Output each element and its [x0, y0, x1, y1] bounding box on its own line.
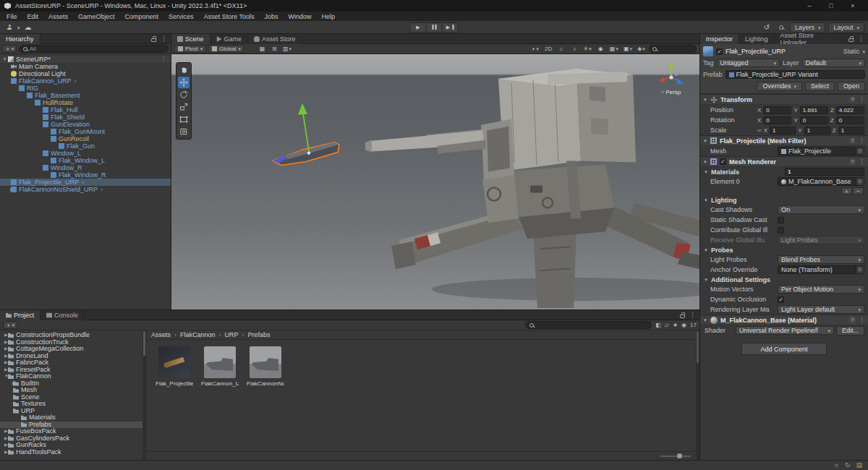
project-folder-row[interactable]: HandToolsPack	[0, 449, 145, 456]
step-button[interactable]: ▶	[442, 22, 459, 33]
foldout-icon[interactable]	[0, 380, 12, 388]
project-folder-row[interactable]: CottageMegaCollection	[0, 346, 145, 353]
help-icon[interactable]	[849, 317, 856, 323]
project-folder-row[interactable]: FabricPack	[0, 359, 145, 367]
cast-shadows-dropdown[interactable]: On	[778, 205, 864, 214]
additional-settings-foldout[interactable]: Additional Settings	[700, 275, 868, 284]
mesh-filter-header[interactable]: Flak_Projectile (Mesh Filter)	[700, 135, 868, 146]
menu-item[interactable]: Edit	[22, 12, 44, 21]
lighting-foldout[interactable]: Lighting	[700, 195, 868, 205]
foldout-icon[interactable]	[0, 135, 50, 142]
layer-dropdown[interactable]: Default	[802, 59, 865, 67]
hierarchy-row[interactable]: FlakCannon_URP	[0, 77, 171, 85]
motion-vectors-dropdown[interactable]: Per Object Motion	[778, 285, 864, 294]
hierarchy-row[interactable]: Flak_Gun	[0, 142, 171, 150]
close-button[interactable]: ×	[842, 0, 864, 12]
component-menu-icon[interactable]	[859, 317, 865, 323]
hierarchy-row[interactable]: Window_R	[0, 164, 171, 171]
anchor-override-field[interactable]: None (Transform)	[778, 265, 864, 274]
foldout-icon[interactable]	[0, 77, 10, 85]
thumbnail-size-slider[interactable]	[660, 456, 691, 457]
play-button[interactable]: ▶	[410, 22, 427, 33]
help-icon[interactable]	[849, 96, 856, 103]
hierarchy-row[interactable]: GunElevation	[0, 121, 171, 128]
flak-cannon-model[interactable]	[365, 69, 699, 308]
project-folder-row[interactable]: ConstructionPropsBundle	[0, 332, 145, 339]
project-folder-row[interactable]: FiresetPack	[0, 367, 145, 374]
pivot-dropdown[interactable]: Pivot	[174, 45, 206, 53]
foldout-icon[interactable]	[0, 346, 7, 353]
asset-item[interactable]: FlakCannon_U...	[202, 346, 238, 387]
move-gizmo-y-axis[interactable]	[298, 103, 310, 155]
asset-item[interactable]: Flak_Projectile...	[156, 346, 192, 387]
foldout-icon[interactable]	[703, 318, 707, 322]
rotate-tool[interactable]	[178, 89, 190, 101]
foldout-icon[interactable]	[0, 339, 7, 346]
camera-settings-icon[interactable]	[622, 45, 634, 53]
open-prefab-icon[interactable]	[72, 77, 80, 85]
object-picker-icon[interactable]	[856, 177, 864, 186]
hierarchy-row[interactable]: Flak_Window_L	[0, 157, 171, 164]
mesh-renderer-header[interactable]: Mesh Renderer	[700, 156, 868, 167]
rendering-layer-dropdown[interactable]: Light Layer default	[778, 305, 864, 314]
y-value-field[interactable]: 1	[804, 127, 830, 134]
materials-count-field[interactable]: 1	[785, 168, 864, 176]
undo-history-icon[interactable]	[761, 22, 773, 33]
tab-asset-store[interactable]: Asset Store	[248, 34, 302, 44]
project-folder-row[interactable]: ConstructionTruck	[0, 339, 145, 346]
scene-search[interactable]	[649, 45, 697, 53]
hierarchy-row[interactable]: Main Camera	[0, 63, 171, 70]
handle-rotation-dropdown[interactable]: Global	[208, 45, 244, 53]
component-menu-icon[interactable]	[859, 137, 865, 144]
tab-asset-store-uploader[interactable]: Asset Store Uploader	[775, 34, 848, 44]
breadcrumb-item[interactable]: Assets	[151, 331, 176, 338]
search-by-label-icon[interactable]	[665, 322, 669, 328]
foldout-icon[interactable]	[703, 160, 707, 164]
project-folder-row[interactable]: Textures	[0, 401, 145, 408]
lighting-status-icon[interactable]	[833, 462, 839, 469]
hierarchy-row[interactable]: Flak_GunMount	[0, 128, 171, 135]
foldout-icon[interactable]	[0, 150, 42, 157]
tab-console[interactable]: Console	[41, 310, 85, 320]
x-value-field[interactable]: 0	[763, 116, 791, 124]
lock-icon[interactable]	[680, 315, 685, 318]
tab-project[interactable]: Project	[0, 310, 41, 320]
hierarchy-row[interactable]: Flak_Window_R	[0, 171, 171, 179]
dynamic-occlusion-checkbox[interactable]	[778, 296, 784, 303]
foldout-icon[interactable]	[0, 99, 34, 106]
create-object-button[interactable]: ＋	[2, 45, 17, 53]
contribute-gi-checkbox[interactable]	[778, 227, 784, 234]
scene-viewport[interactable]: Persp	[171, 54, 699, 309]
x-value-field[interactable]: 1	[770, 127, 796, 134]
add-component-button[interactable]: Add Component	[741, 343, 827, 355]
z-value-field[interactable]: 4.022	[836, 106, 864, 114]
remove-material-button[interactable]: −	[853, 187, 864, 195]
hierarchy-row[interactable]: GunRecoil	[0, 135, 171, 142]
scene-search-input[interactable]	[659, 46, 693, 52]
foldout-icon[interactable]	[0, 353, 7, 360]
hidden-packages-icon[interactable]	[681, 322, 686, 328]
layout-dropdown[interactable]: Layout	[828, 22, 864, 33]
panel-menu-icon[interactable]	[689, 312, 696, 318]
search-by-type-icon[interactable]	[655, 322, 661, 328]
panel-menu-icon[interactable]	[858, 35, 864, 42]
progress-status-icon[interactable]	[845, 462, 851, 469]
materials-foldout[interactable]: Materials 1	[700, 167, 868, 176]
static-caret-icon[interactable]	[862, 48, 865, 55]
rect-tool[interactable]	[178, 114, 190, 125]
cache-status-icon[interactable]	[856, 462, 862, 469]
effects-icon[interactable]	[582, 45, 593, 53]
foldout-icon[interactable]	[0, 121, 42, 128]
select-button[interactable]: Select	[805, 82, 835, 91]
account-icon[interactable]	[4, 22, 15, 33]
material-element-field[interactable]: M_FlakCannon_Base	[778, 177, 864, 186]
title-bar[interactable]: AssetStoreURP - SceneURP - Windows, Mac,…	[0, 0, 868, 12]
foldout-icon[interactable]	[0, 92, 26, 99]
add-material-button[interactable]: ＋	[841, 187, 852, 195]
foldout-icon[interactable]	[703, 139, 707, 143]
cloud-services-icon[interactable]	[22, 22, 34, 33]
project-folder-row[interactable]: Prefabs	[0, 422, 145, 429]
light-probes-dropdown[interactable]: Blend Probes	[778, 255, 864, 264]
project-folder-row[interactable]: FuseBoxPack	[0, 428, 145, 435]
tab-game[interactable]: Game	[210, 34, 249, 44]
